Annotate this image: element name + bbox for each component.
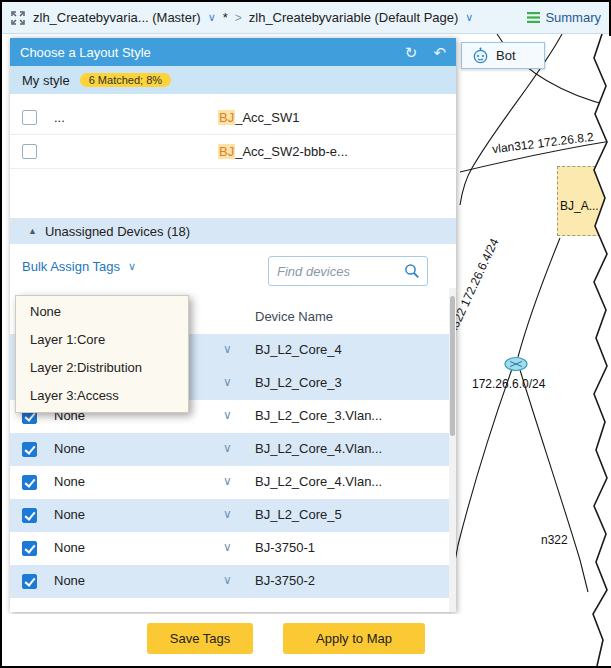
switch-node-icon[interactable] xyxy=(503,356,529,372)
chevron-down-icon: ∨ xyxy=(128,261,136,272)
summary-button[interactable]: Summary xyxy=(527,10,601,25)
panel-scrollbar[interactable] xyxy=(449,288,456,612)
collapse-triangle-icon[interactable]: ▲ xyxy=(28,227,37,236)
find-devices-box xyxy=(268,256,428,286)
match-highlight: BJ xyxy=(218,144,235,159)
table-row[interactable]: None ∨ BJ-3750-1 xyxy=(10,532,449,565)
chevron-down-icon[interactable]: ∨ xyxy=(223,375,232,389)
row-device-name: BJ_Acc_SW1 xyxy=(218,110,299,125)
modified-indicator: * xyxy=(223,10,228,25)
row-device-name: BJ_L2_Core_4 xyxy=(255,342,342,357)
choose-layout-style-panel: Choose a Layout Style ↻ ↶ My style 6 Mat… xyxy=(10,38,456,612)
chevron-down-icon[interactable]: ∨ xyxy=(223,408,232,422)
unassigned-devices-label: Unassigned Devices (18) xyxy=(45,224,190,239)
row-tag-value: None xyxy=(54,507,85,522)
row-device-name: BJ_L2_Core_4.Vlan... xyxy=(255,441,382,456)
bot-button[interactable]: Bot xyxy=(461,42,545,69)
my-style-row[interactable]: My style 6 Matched; 8% xyxy=(10,66,456,94)
top-bar: zlh_Createbyvaria... (Master) ∨ * > zlh_… xyxy=(2,2,609,34)
border-left xyxy=(0,0,2,668)
chevron-down-icon[interactable]: ∨ xyxy=(208,12,216,23)
bulk-assign-label: Bulk Assign Tags xyxy=(22,259,120,274)
matched-device-list: ... BJ_Acc_SW1 BJ_Acc_SW2-bbb-e... xyxy=(10,94,456,218)
row-device-name: BJ_L2_Core_4.Vlan... xyxy=(255,474,382,489)
dropdown-item-layer1-core[interactable]: Layer 1:Core xyxy=(16,326,188,354)
row-checkbox[interactable] xyxy=(22,508,37,523)
row-tag-value: None xyxy=(54,441,85,456)
row-device-name: BJ-3750-1 xyxy=(255,540,315,555)
row-checkbox[interactable] xyxy=(22,442,37,457)
table-row[interactable]: None ∨ BJ_L2_Core_4.Vlan... xyxy=(10,466,449,499)
find-devices-input[interactable] xyxy=(269,264,404,279)
panel-header: Choose a Layout Style ↻ ↶ xyxy=(10,38,456,66)
subnet-label: 172.26.6.0/24 xyxy=(472,377,545,391)
match-highlight: BJ xyxy=(218,110,235,125)
breadcrumb-page-name[interactable]: zlh_Createbyvariable (Default Page) xyxy=(249,10,459,25)
bottom-action-bar: Save Tags Apply to Map xyxy=(2,614,609,666)
row-checkbox[interactable] xyxy=(22,475,37,490)
chevron-down-icon[interactable]: ∨ xyxy=(223,474,232,488)
device-name-column-header: Device Name xyxy=(255,309,333,324)
link-label-bottom: n322 xyxy=(541,533,568,547)
undo-icon[interactable]: ↶ xyxy=(433,45,446,60)
robot-icon xyxy=(472,47,489,64)
apply-to-map-button[interactable]: Apply to Map xyxy=(283,623,425,654)
summary-label: Summary xyxy=(545,10,601,25)
row-checkbox[interactable] xyxy=(22,541,37,556)
chevron-down-icon[interactable]: ∨ xyxy=(223,540,232,554)
chevron-down-icon[interactable]: ∨ xyxy=(223,342,232,356)
matched-row[interactable]: ... BJ_Acc_SW1 xyxy=(10,100,456,135)
row-tag-value: ... xyxy=(54,110,65,125)
row-checkbox[interactable] xyxy=(22,110,37,125)
expand-icon[interactable] xyxy=(10,10,26,26)
unassigned-devices-header[interactable]: ▲ Unassigned Devices (18) xyxy=(10,218,456,244)
refresh-icon[interactable]: ↻ xyxy=(405,45,418,60)
breadcrumb-separator-icon: > xyxy=(235,11,242,25)
app-window: zlh_Createbyvaria... (Master) ∨ * > zlh_… xyxy=(0,0,611,668)
row-tag-value: None xyxy=(54,540,85,555)
bulk-assign-tags-button[interactable]: Bulk Assign Tags ∨ xyxy=(22,259,136,274)
breadcrumb-map-name[interactable]: zlh_Createbyvaria... (Master) xyxy=(33,10,201,25)
row-device-name: BJ-3750-2 xyxy=(255,573,315,588)
scrollbar-thumb[interactable] xyxy=(450,296,455,436)
save-tags-button[interactable]: Save Tags xyxy=(147,623,253,654)
row-device-name: BJ_L2_Core_3 xyxy=(255,375,342,390)
row-checkbox[interactable] xyxy=(22,574,37,589)
bulk-assign-dropdown: None Layer 1:Core Layer 2:Distribution L… xyxy=(15,295,189,413)
chevron-down-icon[interactable]: ∨ xyxy=(223,573,232,587)
row-device-name: BJ_L2_Core_5 xyxy=(255,507,342,522)
border-top xyxy=(0,0,611,2)
row-tag-value: None xyxy=(54,474,85,489)
torn-edge-decoration xyxy=(585,34,611,666)
table-row[interactable]: None ∨ BJ_L2_Core_5 xyxy=(10,499,449,532)
chevron-down-icon[interactable]: ∨ xyxy=(223,507,232,521)
summary-list-icon xyxy=(527,11,540,24)
dropdown-item-layer2-distribution[interactable]: Layer 2:Distribution xyxy=(16,354,188,382)
row-device-name: BJ_L2_Core_3.Vlan... xyxy=(255,408,382,423)
chevron-down-icon[interactable]: ∨ xyxy=(223,441,232,455)
table-row[interactable]: None ∨ BJ_L2_Core_4.Vlan... xyxy=(10,433,449,466)
my-style-label: My style xyxy=(22,73,70,88)
matched-badge: 6 Matched; 8% xyxy=(80,73,171,87)
dropdown-item-none[interactable]: None xyxy=(16,298,188,326)
chevron-down-icon[interactable]: ∨ xyxy=(465,12,473,23)
matched-row[interactable]: BJ_Acc_SW2-bbb-e... xyxy=(10,134,456,169)
row-device-name: BJ_Acc_SW2-bbb-e... xyxy=(218,144,348,159)
dropdown-item-layer3-access[interactable]: Layer 3:Access xyxy=(16,382,188,410)
table-row[interactable]: None ∨ BJ-3750-2 xyxy=(10,565,449,598)
row-checkbox[interactable] xyxy=(22,144,37,159)
panel-title: Choose a Layout Style xyxy=(20,45,151,60)
row-tag-value: None xyxy=(54,573,85,588)
bot-button-label: Bot xyxy=(496,48,516,63)
search-icon[interactable] xyxy=(404,263,420,279)
